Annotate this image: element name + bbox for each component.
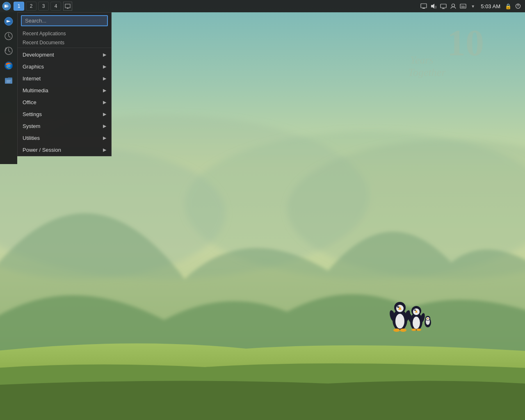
show-desktop-icon xyxy=(65,4,71,9)
svg-point-12 xyxy=(389,310,397,322)
svg-point-26 xyxy=(416,329,421,331)
workspace-3-button[interactable]: 3 xyxy=(38,2,49,11)
svg-point-29 xyxy=(425,316,430,321)
taskbar-right: )))) ▼ 5:03 AM xyxy=(420,2,525,10)
search-box xyxy=(18,13,111,29)
menu-divider-1 xyxy=(18,48,111,48)
svg-point-60 xyxy=(7,64,10,67)
submenu-arrow-system: ▶ xyxy=(103,123,106,129)
svg-marker-20 xyxy=(415,310,418,313)
submenu-arrow-multimedia: ▶ xyxy=(103,88,106,93)
volume-icon[interactable]: )))) xyxy=(430,2,437,10)
svg-point-6 xyxy=(395,314,404,329)
recent-documents-header: Recent Documents xyxy=(18,38,111,47)
svg-point-25 xyxy=(411,329,416,331)
svg-point-5 xyxy=(393,309,407,331)
firefox-icon xyxy=(4,61,14,71)
submenu-arrow-office: ▶ xyxy=(103,100,106,105)
svg-point-3 xyxy=(0,148,226,279)
svg-point-14 xyxy=(393,329,400,332)
svg-point-27 xyxy=(425,317,431,327)
submenu-arrow-power-session: ▶ xyxy=(103,147,106,153)
lock-icon[interactable]: 🔒 xyxy=(504,2,512,10)
svg-marker-31 xyxy=(427,317,429,319)
search-input[interactable] xyxy=(21,15,108,26)
svg-text:)))): )))) xyxy=(435,5,437,9)
menu-item-graphics[interactable]: Graphics ▶ xyxy=(18,61,111,73)
svg-text:Together: Together xyxy=(408,66,446,78)
svg-point-10 xyxy=(397,306,399,308)
submenu-arrow-graphics: ▶ xyxy=(103,64,106,69)
svg-rect-43 xyxy=(441,4,446,8)
menu-item-multimedia[interactable]: Multimedia ▶ xyxy=(18,84,111,96)
menu-item-system[interactable]: System ▶ xyxy=(18,120,111,132)
submenu-arrow-internet: ▶ xyxy=(103,76,106,81)
menu-item-internet[interactable]: Internet ▶ xyxy=(18,73,111,84)
svg-point-19 xyxy=(413,308,420,315)
show-desktop-button[interactable] xyxy=(63,2,72,11)
svg-text:Years: Years xyxy=(410,54,434,66)
power-icon[interactable] xyxy=(514,2,522,10)
workspace-4-button[interactable]: 4 xyxy=(50,2,61,11)
menu-button[interactable] xyxy=(2,15,15,28)
svg-point-30 xyxy=(426,317,429,320)
svg-point-15 xyxy=(400,329,406,332)
svg-point-11 xyxy=(398,306,399,307)
menu-item-power-session[interactable]: Power / Session ▶ xyxy=(18,144,111,156)
dropdown-arrow-icon[interactable]: ▼ xyxy=(469,2,477,10)
svg-rect-39 xyxy=(421,4,427,8)
svg-rect-40 xyxy=(422,8,425,9)
svg-marker-9 xyxy=(398,306,402,310)
svg-text:10: 10 xyxy=(447,23,484,63)
submenu-arrow-development: ▶ xyxy=(103,52,106,57)
menu-item-development[interactable]: Development ▶ xyxy=(18,49,111,61)
svg-point-21 xyxy=(414,309,416,311)
firefox-button[interactable] xyxy=(2,59,15,72)
svg-point-23 xyxy=(407,313,413,323)
svg-point-18 xyxy=(411,306,421,316)
svg-point-28 xyxy=(426,318,430,325)
clock-display: 5:03 AM xyxy=(481,3,500,9)
svg-point-17 xyxy=(413,317,420,329)
workspace-2-button[interactable]: 2 xyxy=(26,2,37,11)
svg-marker-41 xyxy=(431,4,434,9)
workspace-1-button[interactable]: 1 xyxy=(14,2,24,11)
svg-rect-38 xyxy=(67,8,68,9)
history-icon xyxy=(4,46,13,55)
app-menu-button[interactable] xyxy=(1,0,12,12)
files-icon xyxy=(4,76,13,85)
submenu-arrow-utilities: ▶ xyxy=(103,135,106,141)
side-panel xyxy=(0,12,17,164)
user-icon[interactable] xyxy=(450,2,457,10)
display-icon[interactable] xyxy=(440,2,447,10)
svg-point-13 xyxy=(404,310,411,322)
menu-item-settings[interactable]: Settings ▶ xyxy=(18,108,111,120)
recent-apps-icon xyxy=(4,32,13,41)
screen-record-icon[interactable] xyxy=(420,2,427,10)
svg-point-46 xyxy=(452,4,455,7)
menu-item-office[interactable]: Office ▶ xyxy=(18,96,111,108)
submenu-arrow-settings: ▶ xyxy=(103,112,106,117)
svg-point-7 xyxy=(394,302,406,313)
svg-point-16 xyxy=(410,313,422,331)
svg-rect-47 xyxy=(460,4,466,8)
recent-apps-button[interactable] xyxy=(2,30,15,43)
history-button[interactable] xyxy=(2,44,15,57)
svg-rect-37 xyxy=(65,4,70,8)
recent-applications-header: Recent Applications xyxy=(18,29,111,38)
svg-point-2 xyxy=(185,131,525,279)
svg-point-4 xyxy=(287,139,525,279)
taskbar: 1 2 3 4 )))) xyxy=(0,0,525,12)
taskbar-left: 1 2 3 4 xyxy=(0,0,72,12)
menu-item-utilities[interactable]: Utilities ▶ xyxy=(18,132,111,144)
app-menu-icon xyxy=(2,2,11,11)
keyboard-icon[interactable] xyxy=(459,2,467,10)
app-menu: Recent Applications Recent Documents Dev… xyxy=(17,12,112,156)
files-button[interactable] xyxy=(2,74,15,87)
svg-point-22 xyxy=(415,309,416,310)
svg-point-24 xyxy=(419,313,426,323)
svg-point-8 xyxy=(396,305,404,312)
